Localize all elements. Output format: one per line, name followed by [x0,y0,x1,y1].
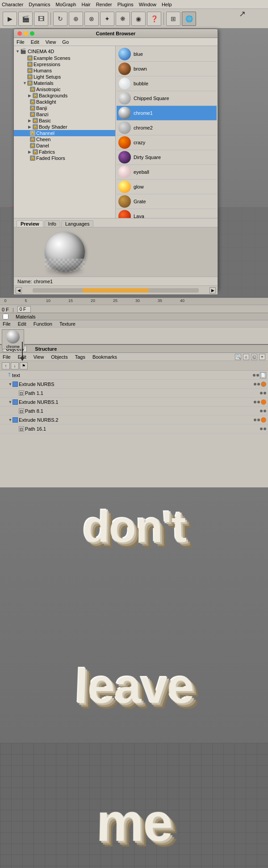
mat-sphere-chrome2 [118,122,131,134]
cb-menu-file[interactable]: File [17,39,25,45]
mat-menu-texture[interactable]: Texture [59,321,75,327]
toolbar-btn-3[interactable]: 🎞 [34,12,48,26]
tree-item-anisotropic[interactable]: 🔒 Anisotropic [14,86,115,92]
tree-item-danel[interactable]: 🔒 Danel [14,143,115,149]
tree-item-expressions[interactable]: 🔒 Expressions [14,61,115,67]
tab-info[interactable]: Info [44,220,60,227]
om-mat-e2[interactable] [261,399,266,405]
toolbar-btn-10[interactable]: ❓ [147,12,161,26]
om-tool-flag[interactable]: ⚑ [20,362,28,369]
scroll-thumb[interactable] [83,288,149,293]
tree-item-materials[interactable]: ▼ 🔒 Materials [14,80,115,86]
tree-item-backlight[interactable]: 🔒 Backlight [14,99,115,105]
menu-hair[interactable]: Hair [81,2,90,7]
cb-close-btn[interactable] [17,31,22,36]
mat-glow[interactable]: glow [117,180,217,194]
tree-item-cheen[interactable]: 🔒 Cheen [14,136,115,143]
menu-character[interactable]: Character [2,2,23,7]
om-menu-bookmarks[interactable]: Bookmarks [92,354,117,360]
cb-menu-view[interactable]: View [46,39,56,45]
materials-checkbox[interactable] [3,314,8,319]
toolbar-btn-6[interactable]: ⊗ [84,12,99,26]
om-expand-extrude3[interactable]: ▼ [8,418,13,422]
mat-menu-file[interactable]: File [3,321,11,327]
om-menu-tags[interactable]: Tags [75,354,85,360]
lock-icon-8: 🔒 [30,99,35,105]
menu-dynamics[interactable]: Dynamics [29,2,50,7]
om-home-icon[interactable]: ⌂ [243,354,249,360]
toolbar-btn-9[interactable]: ◉ [131,12,146,26]
mat-crazy[interactable]: crazy [117,135,217,150]
menu-render[interactable]: Render [96,2,112,7]
menu-mograph[interactable]: MoGraph [56,2,76,7]
tree-item-basic[interactable]: ▶ 🔒 Basic [14,117,115,124]
mat-chrome1[interactable]: chrome1 [117,106,217,121]
tree-item-lightsetups[interactable]: 🔒 Light Setups [14,74,115,80]
om-tool-down[interactable]: ↓ [11,362,19,369]
om-search-icon[interactable]: 🔍 [235,354,241,360]
scroll-right-btn[interactable]: ▶ [209,287,216,294]
toolbar-btn-4[interactable]: ↻ [53,12,67,26]
tree-item-backgrounds[interactable]: ▶ 🔒 Backgrounds [14,92,115,99]
toolbar-btn-2[interactable]: 🎬 [18,12,33,26]
om-row-extrude3[interactable]: ▼ Extrude NURBS.2 [0,415,268,424]
om-expand-icon[interactable]: + [259,354,265,360]
toolbar-btn-5[interactable]: ⊕ [69,12,83,26]
tree-item-channel[interactable]: 🔒 Channel [14,130,115,136]
om-menu-objects[interactable]: Objects [51,354,67,360]
om-mat-e3[interactable] [261,417,266,423]
tab-preview[interactable]: Preview [17,220,43,227]
tree-item-bodyshader[interactable]: ▶ 🔒 Body Shader [14,124,115,130]
mat-chipped[interactable]: Chipped Square [117,91,217,106]
om-row-path2[interactable]: ⊡ Path 8.1 [0,407,268,415]
toolbar-btn-1[interactable]: ▶ [3,12,17,26]
tab-languages[interactable]: Languages [61,220,93,227]
om-expand-extrude2[interactable]: ▼ [8,400,13,404]
om-tool-up[interactable]: ↑ [2,362,10,369]
toolbar-btn-grid[interactable]: ⊞ [166,12,180,26]
cb-minimize-btn[interactable] [24,31,28,36]
cb-scrollbar[interactable]: ◀ ▶ [14,285,218,294]
tree-item-fabrics[interactable]: ▶ 🔒 Fabrics [14,149,115,155]
mat-lava[interactable]: Lava [117,209,217,218]
cb-maximize-btn[interactable] [30,31,34,36]
tree-item-faded[interactable]: 🔒 Faded Floors [14,155,115,161]
arrow-svg [4,340,40,362]
frame-display[interactable]: 0 F [17,306,31,313]
mat-bubble[interactable]: bubble [117,76,217,91]
tree-root[interactable]: ▼ 🎬 CINEMA 4D [14,48,115,55]
om-collapse-icon[interactable]: ◱ [251,354,257,360]
cb-menu-go[interactable]: Go [62,39,69,45]
menu-window[interactable]: Window [139,2,156,7]
mat-blue[interactable]: blue [117,47,217,62]
toolbar-btn-globe[interactable]: 🌐 [182,12,196,26]
menu-help[interactable]: Help [162,2,172,7]
om-row-path1[interactable]: ⊡ Path 1.1 [0,389,268,398]
scroll-track[interactable] [33,288,199,293]
om-tag-text[interactable]: 📄 [260,372,266,378]
cb-menu-edit[interactable]: Edit [31,39,39,45]
toolbar-btn-8[interactable]: ❋ [116,12,130,26]
om-row-extrude1[interactable]: ▼ Extrude NURBS [0,380,268,389]
mat-menu-edit[interactable]: Edit [18,321,26,327]
om-mat-e1[interactable] [261,382,266,387]
scroll-left-btn[interactable]: ◀ [16,287,22,294]
cb-tree[interactable]: ▼ 🎬 CINEMA 4D 🔒 Example Scenes 🔒 Express… [14,46,116,218]
om-row-text[interactable]: T text 📄 [0,371,268,380]
mat-grate[interactable]: Grate [117,194,217,209]
mat-chrome2[interactable]: chrome2 [117,121,217,135]
mat-menu-function[interactable]: Function [34,321,52,327]
mat-dirty[interactable]: Dirty Square [117,150,217,165]
toolbar-btn-7[interactable]: ✦ [100,12,114,26]
om-row-path3[interactable]: ⊡ Path 16.1 [0,424,268,433]
tree-item-banzi[interactable]: 🔒 Banzi [14,111,115,117]
om-toolbar: ↑ ↓ ⚑ [0,361,268,371]
menu-plugins[interactable]: Plugins [117,2,134,7]
tree-item-humans[interactable]: 🔒 Humans [14,67,115,74]
mat-eyeball[interactable]: eyeball [117,165,217,180]
om-expand-extrude1[interactable]: ▼ [8,382,13,386]
tree-item-banji[interactable]: 🔒 Banji [14,105,115,111]
mat-brown[interactable]: brown [117,62,217,76]
om-row-extrude2[interactable]: ▼ Extrude NURBS.1 [0,398,268,407]
tree-item-example[interactable]: 🔒 Example Scenes [14,55,115,61]
